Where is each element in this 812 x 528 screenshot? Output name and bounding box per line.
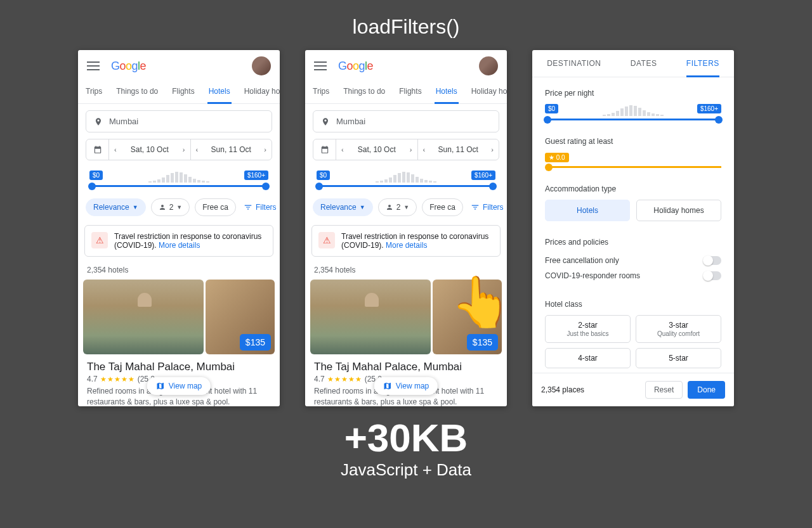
location-value: Mumbai [109, 117, 138, 126]
accom-label: Accommodation type [545, 184, 721, 193]
menu-icon[interactable] [87, 61, 100, 70]
warning-icon: ⚠ [318, 232, 335, 248]
tab-trips[interactable]: Trips [311, 82, 331, 103]
chevron-left-icon[interactable]: ‹ [196, 146, 199, 153]
banner-link[interactable]: More details [386, 241, 427, 250]
chevron-left-icon[interactable]: ‹ [423, 146, 426, 153]
price-per-night-label: Price per night [545, 89, 721, 98]
price-min-tag: $0 [317, 171, 330, 180]
location-value: Mumbai [336, 117, 365, 126]
calendar-icon [86, 139, 109, 160]
accom-holidayhomes-button[interactable]: Holiday homes [636, 200, 721, 221]
avatar[interactable] [252, 56, 271, 75]
class-5star-button[interactable]: 5-star [636, 348, 721, 368]
location-input[interactable]: Mumbai [86, 110, 272, 132]
price-slider[interactable] [545, 119, 721, 120]
date-picker[interactable]: ‹Sat, 10 Oct› ‹Sun, 11 Oct› [313, 139, 499, 160]
view-map-button[interactable]: View map [147, 377, 211, 395]
results-count: 2,354 hotels [305, 257, 507, 280]
filter-icon [244, 203, 252, 212]
class-2star-button[interactable]: 2-starJust the basics [545, 315, 631, 343]
hotel-name[interactable]: The Taj Mahal Palace, Mumbai [305, 354, 507, 375]
class-3star-button[interactable]: 3-starQuality comfort [636, 315, 721, 343]
map-icon [156, 382, 165, 390]
chevron-left-icon[interactable]: ‹ [341, 146, 344, 153]
price-max-tag: $160+ [244, 171, 268, 180]
phone-before: Google TripsThings to doFlightsHotelsHol… [78, 50, 280, 406]
guests-chip[interactable]: 2▼ [378, 198, 417, 216]
price-badge: $135 [240, 334, 271, 351]
places-count: 2,354 places [541, 385, 584, 394]
price-histogram [564, 105, 702, 116]
map-icon [383, 382, 392, 390]
freecancel-chip[interactable]: Free ca [195, 198, 236, 216]
price-slider[interactable] [317, 185, 495, 187]
tab-holiday homes[interactable]: Holiday homes [243, 82, 280, 103]
menu-icon[interactable] [314, 61, 327, 70]
reset-button[interactable]: Reset [645, 381, 683, 399]
tab-flights[interactable]: Flights [398, 82, 422, 103]
filters-chip[interactable]: Filters [241, 198, 280, 216]
tab-flights[interactable]: Flights [171, 82, 195, 103]
done-button[interactable]: Done [688, 381, 725, 399]
tab-destination[interactable]: DESTINATION [547, 59, 601, 77]
price-min-tag: $0 [89, 171, 103, 180]
chevron-right-icon[interactable]: › [491, 146, 494, 153]
hotel-images[interactable]: $135 [305, 280, 507, 354]
freecancel-chip[interactable]: Free ca [422, 198, 463, 216]
hotel-name[interactable]: The Taj Mahal Palace, Mumbai [78, 354, 280, 375]
chevron-right-icon[interactable]: › [183, 146, 185, 153]
chevron-right-icon[interactable]: › [264, 146, 266, 153]
tab-things to do[interactable]: Things to do [115, 82, 159, 103]
tab-filters[interactable]: FILTERS [686, 59, 719, 77]
hotel-images[interactable]: $135 [78, 280, 280, 354]
calendar-icon [313, 139, 336, 160]
person-icon [386, 203, 393, 211]
policy-covid-toggle[interactable] [704, 271, 721, 280]
chevron-right-icon[interactable]: › [410, 146, 412, 153]
tab-dates[interactable]: DATES [631, 59, 657, 77]
location-pin-icon [94, 117, 103, 126]
class-4star-button[interactable]: 4-star [545, 348, 631, 368]
accom-hotels-button[interactable]: Hotels [545, 200, 630, 221]
sort-chip[interactable]: Relevance▼ [86, 198, 146, 216]
nav-tabs: TripsThings to doFlightsHotelsHoliday ho… [305, 82, 507, 104]
filter-icon [471, 203, 480, 212]
policy-freecancel-toggle[interactable] [704, 256, 721, 265]
avatar[interactable] [479, 56, 498, 75]
policy-freecancel-label: Free cancellation only [545, 256, 619, 265]
covid-banner: ⚠ Travel restriction in response to coro… [311, 225, 501, 257]
slide-title: loadFilters() [0, 0, 812, 50]
tab-trips[interactable]: Trips [84, 82, 103, 103]
price-max-tag: $160+ [471, 171, 495, 180]
policy-covid-label: COVID-19-responder rooms [545, 271, 640, 280]
guests-chip[interactable]: 2▼ [151, 198, 190, 216]
tab-holiday homes[interactable]: Holiday homes [470, 82, 507, 103]
checkin-date: Sat, 10 Oct [358, 145, 396, 154]
tab-things to do[interactable]: Things to do [342, 82, 386, 103]
nav-tabs: TripsThings to doFlightsHotelsHoliday ho… [78, 82, 280, 104]
location-input[interactable]: Mumbai [313, 110, 499, 132]
chevron-left-icon[interactable]: ‹ [114, 146, 117, 153]
filters-chip[interactable]: Filters [468, 198, 507, 216]
banner-link[interactable]: More details [159, 241, 200, 250]
rating-slider[interactable] [547, 166, 721, 168]
phone-filters: DESTINATION DATES FILTERS Price per nigh… [532, 50, 734, 406]
checkin-date: Sat, 10 Oct [131, 145, 169, 154]
date-picker[interactable]: ‹Sat, 10 Oct› ‹Sun, 11 Oct› [86, 139, 272, 160]
sort-chip[interactable]: Relevance▼ [313, 198, 373, 216]
price-slider[interactable] [89, 185, 268, 187]
tab-hotels[interactable]: Hotels [207, 82, 232, 104]
checkout-date: Sun, 11 Oct [211, 145, 251, 154]
view-map-button[interactable]: View map [374, 377, 438, 395]
google-logo: Google [338, 60, 373, 73]
warning-icon: ⚠ [91, 232, 108, 248]
price-histogram [336, 171, 476, 183]
price-min-tag: $0 [545, 104, 558, 113]
price-histogram [108, 171, 249, 183]
price-badge: $135 [467, 334, 498, 351]
price-max-tag: $160+ [697, 104, 721, 113]
tab-hotels[interactable]: Hotels [435, 82, 459, 104]
checkout-date: Sun, 11 Oct [438, 145, 478, 154]
location-pin-icon [321, 117, 330, 126]
